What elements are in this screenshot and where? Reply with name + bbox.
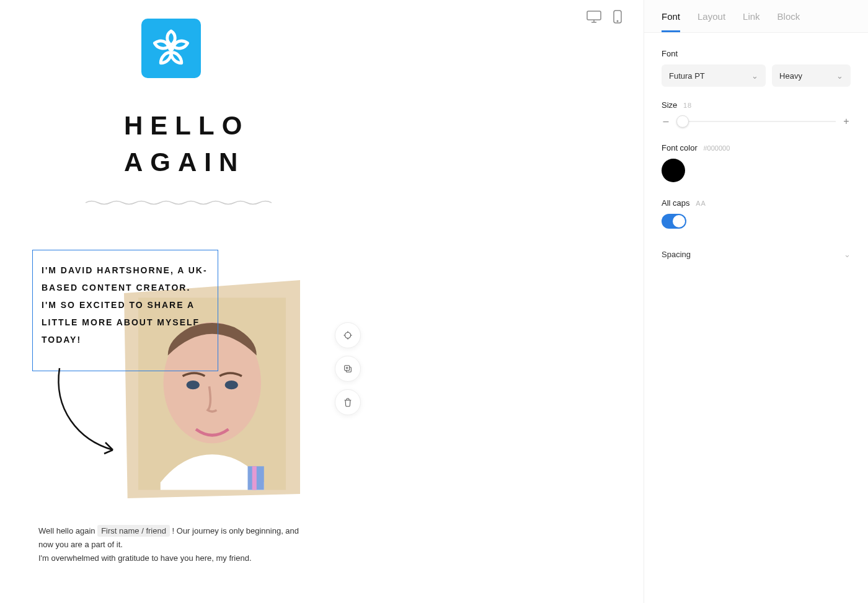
toggle-knob xyxy=(673,215,685,227)
svg-point-7 xyxy=(224,381,237,389)
chevron-down-icon: ⌄ xyxy=(751,71,758,81)
device-switcher xyxy=(585,10,626,24)
font-family-value: Futura PT xyxy=(669,71,705,81)
size-slider-track[interactable] xyxy=(676,121,836,122)
intro-paragraph: I'm David Hartshorne, a UK-based content… xyxy=(42,262,209,348)
body-line-1: Well hello again First name / friend ! O… xyxy=(38,524,311,552)
body-line-2: I'm overwhelmed with gratitude to have y… xyxy=(38,552,311,565)
curved-arrow-icon xyxy=(53,366,122,459)
font-weight-value: Heavy xyxy=(779,71,802,81)
font-color-swatch[interactable] xyxy=(662,159,685,182)
caps-section-label: All caps AA xyxy=(662,198,851,208)
size-slider-thumb[interactable] xyxy=(676,115,689,128)
font-section-label: Font xyxy=(662,49,851,58)
headline-text[interactable]: Hello Again xyxy=(124,108,360,181)
caps-label-text: All caps xyxy=(662,198,690,208)
svg-point-10 xyxy=(345,332,350,338)
svg-point-6 xyxy=(186,381,199,389)
duplicate-icon xyxy=(343,364,353,374)
properties-panel: Font Layout Link Block Font Futura PT ⌄ … xyxy=(644,0,868,603)
size-slider: – + xyxy=(662,116,851,127)
email-document: Hello Again xyxy=(37,19,360,208)
block-delete-button[interactable] xyxy=(335,389,361,415)
color-section-label: Font color #000000 xyxy=(662,143,851,152)
headline-line-1: Hello xyxy=(124,108,360,144)
flower-icon xyxy=(149,27,193,70)
size-label-text: Size xyxy=(662,100,677,110)
mobile-view-button[interactable] xyxy=(609,10,626,24)
svg-point-3 xyxy=(168,45,174,51)
size-increase-button[interactable]: + xyxy=(842,116,851,127)
chevron-down-icon: ⌄ xyxy=(836,71,843,81)
merge-tag[interactable]: First name / friend xyxy=(97,525,170,537)
desktop-icon xyxy=(587,11,601,23)
canvas: Hello Again xyxy=(0,0,644,603)
selected-text-block[interactable]: I'm David Hartshorne, a UK-based content… xyxy=(32,250,218,371)
spacing-label: Spacing xyxy=(662,250,691,259)
body-copy[interactable]: Well hello again First name / friend ! O… xyxy=(38,524,311,565)
svg-rect-0 xyxy=(587,11,601,20)
tab-font[interactable]: Font xyxy=(662,11,680,32)
block-duplicate-button[interactable] xyxy=(335,356,361,382)
color-label-text: Font color xyxy=(662,143,698,152)
color-hex-hint: #000000 xyxy=(703,144,730,152)
tab-layout[interactable]: Layout xyxy=(698,11,725,32)
chevron-down-icon: ⌄ xyxy=(844,250,851,259)
svg-rect-9 xyxy=(252,466,256,490)
size-decrease-button[interactable]: – xyxy=(662,116,670,127)
size-section-label: Size 18 xyxy=(662,100,851,110)
body-before-tag: Well hello again xyxy=(38,526,97,535)
caps-hint: AA xyxy=(696,200,706,207)
desktop-view-button[interactable] xyxy=(585,10,603,24)
tab-link[interactable]: Link xyxy=(743,11,760,32)
tab-block[interactable]: Block xyxy=(777,11,800,32)
block-toolbar xyxy=(335,322,361,415)
size-value-hint: 18 xyxy=(683,102,692,109)
mobile-icon xyxy=(613,10,622,24)
panel-body: Font Futura PT ⌄ Heavy ⌄ Size 18 – xyxy=(644,33,868,275)
headline-line-2: Again xyxy=(124,144,360,181)
all-caps-toggle[interactable] xyxy=(662,214,686,229)
trash-icon xyxy=(343,397,353,407)
svg-point-2 xyxy=(617,20,618,22)
font-weight-select[interactable]: Heavy ⌄ xyxy=(772,64,851,87)
font-family-select[interactable]: Futura PT ⌄ xyxy=(662,64,766,87)
panel-tabs: Font Layout Link Block xyxy=(644,0,868,33)
spacing-section[interactable]: Spacing ⌄ xyxy=(662,250,851,259)
brand-logo[interactable] xyxy=(141,19,201,78)
wavy-divider xyxy=(86,200,272,206)
crosshair-icon xyxy=(343,330,353,340)
block-settings-button[interactable] xyxy=(335,322,361,348)
